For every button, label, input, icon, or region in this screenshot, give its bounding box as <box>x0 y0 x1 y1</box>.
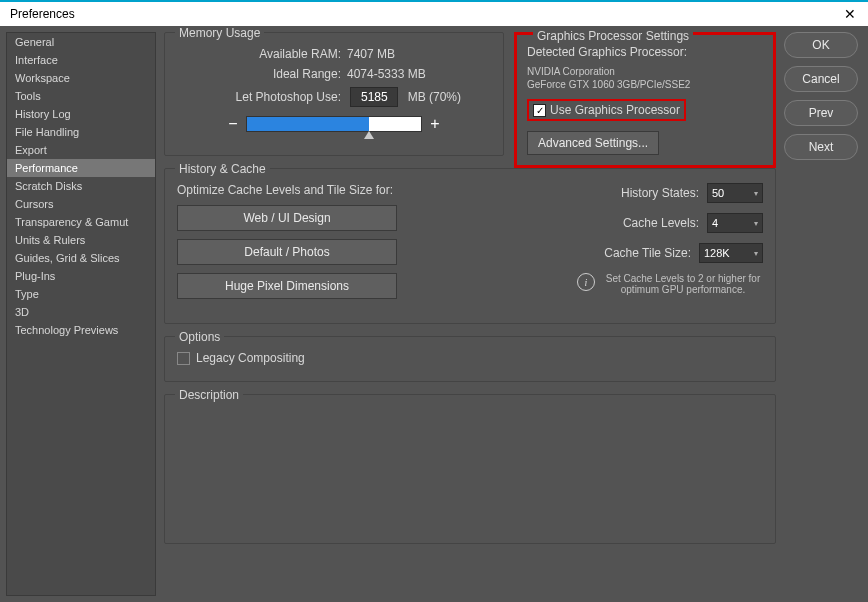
ok-button[interactable]: OK <box>784 32 858 58</box>
slider-fill <box>247 117 369 131</box>
sidebar-item-type[interactable]: Type <box>7 285 155 303</box>
sidebar: GeneralInterfaceWorkspaceToolsHistory Lo… <box>6 32 156 596</box>
window-title: Preferences <box>10 7 75 21</box>
options-legend: Options <box>175 330 224 344</box>
gpu-legend: Graphics Processor Settings <box>533 29 693 43</box>
web-ui-design-button[interactable]: Web / UI Design <box>177 205 397 231</box>
ideal-range-value: 4074-5333 MB <box>347 67 426 81</box>
sidebar-item-interface[interactable]: Interface <box>7 51 155 69</box>
sidebar-item-export[interactable]: Export <box>7 141 155 159</box>
history-cache-group: History & Cache Optimize Cache Levels an… <box>164 168 776 324</box>
slider-plus-icon[interactable]: + <box>428 115 442 133</box>
sidebar-item-technology-previews[interactable]: Technology Previews <box>7 321 155 339</box>
sidebar-item-general[interactable]: General <box>7 33 155 51</box>
photoshop-use-suffix: MB (70%) <box>408 90 461 104</box>
cache-tile-label: Cache Tile Size: <box>604 246 691 260</box>
cache-levels-select[interactable]: 4▾ <box>707 213 763 233</box>
history-states-label: History States: <box>621 186 699 200</box>
cache-levels-label: Cache Levels: <box>623 216 699 230</box>
sidebar-item-file-handling[interactable]: File Handling <box>7 123 155 141</box>
sidebar-item-tools[interactable]: Tools <box>7 87 155 105</box>
memory-slider[interactable] <box>246 116 422 132</box>
sidebar-item-3d[interactable]: 3D <box>7 303 155 321</box>
chevron-down-icon: ▾ <box>754 189 758 198</box>
advanced-settings-button[interactable]: Advanced Settings... <box>527 131 659 155</box>
slider-minus-icon[interactable]: − <box>226 115 240 133</box>
ideal-range-label: Ideal Range: <box>177 67 347 81</box>
next-button[interactable]: Next <box>784 134 858 160</box>
sidebar-item-history-log[interactable]: History Log <box>7 105 155 123</box>
content-pane: Memory Usage Available RAM:7407 MB Ideal… <box>156 26 784 602</box>
photoshop-use-input[interactable] <box>350 87 398 107</box>
optimize-label: Optimize Cache Levels and Tile Size for: <box>177 183 417 197</box>
available-ram-label: Available RAM: <box>177 47 347 61</box>
gpu-vendor: NVIDIA Corporation <box>527 65 763 78</box>
available-ram-value: 7407 MB <box>347 47 395 61</box>
use-gpu-checkbox[interactable]: ✓ <box>533 104 546 117</box>
slider-thumb-icon[interactable] <box>364 131 374 139</box>
cache-tile-select[interactable]: 128K▾ <box>699 243 763 263</box>
gpu-device: GeForce GTX 1060 3GB/PCIe/SSE2 <box>527 78 763 91</box>
dialog-buttons: OK Cancel Prev Next <box>784 26 868 602</box>
description-group: Description <box>164 394 776 544</box>
photoshop-use-label: Let Photoshop Use: <box>177 90 347 104</box>
huge-pixel-button[interactable]: Huge Pixel Dimensions <box>177 273 397 299</box>
sidebar-item-guides-grid-slices[interactable]: Guides, Grid & Slices <box>7 249 155 267</box>
close-icon[interactable]: ✕ <box>838 4 862 24</box>
cancel-button[interactable]: Cancel <box>784 66 858 92</box>
prev-button[interactable]: Prev <box>784 100 858 126</box>
detected-gpu-label: Detected Graphics Processor: <box>527 45 763 59</box>
sidebar-item-plug-ins[interactable]: Plug-Ins <box>7 267 155 285</box>
legacy-compositing-checkbox[interactable] <box>177 352 190 365</box>
cache-info-text: Set Cache Levels to 2 or higher for opti… <box>603 273 763 295</box>
options-group: Options Legacy Compositing <box>164 336 776 382</box>
sidebar-item-cursors[interactable]: Cursors <box>7 195 155 213</box>
memory-legend: Memory Usage <box>175 26 264 40</box>
legacy-compositing-label: Legacy Compositing <box>196 351 305 365</box>
use-gpu-label: Use Graphics Processor <box>550 103 680 117</box>
titlebar: Preferences ✕ <box>0 0 868 26</box>
use-gpu-row: ✓ Use Graphics Processor <box>527 99 686 121</box>
chevron-down-icon: ▾ <box>754 249 758 258</box>
main-layout: GeneralInterfaceWorkspaceToolsHistory Lo… <box>0 26 868 602</box>
sidebar-item-performance[interactable]: Performance <box>7 159 155 177</box>
sidebar-item-scratch-disks[interactable]: Scratch Disks <box>7 177 155 195</box>
sidebar-item-workspace[interactable]: Workspace <box>7 69 155 87</box>
memory-usage-group: Memory Usage Available RAM:7407 MB Ideal… <box>164 32 504 156</box>
history-states-select[interactable]: 50▾ <box>707 183 763 203</box>
description-legend: Description <box>175 388 243 402</box>
sidebar-item-transparency-gamut[interactable]: Transparency & Gamut <box>7 213 155 231</box>
history-cache-legend: History & Cache <box>175 162 270 176</box>
info-icon: i <box>577 273 595 291</box>
default-photos-button[interactable]: Default / Photos <box>177 239 397 265</box>
gpu-settings-group: Graphics Processor Settings Detected Gra… <box>514 32 776 168</box>
sidebar-item-units-rulers[interactable]: Units & Rulers <box>7 231 155 249</box>
chevron-down-icon: ▾ <box>754 219 758 228</box>
